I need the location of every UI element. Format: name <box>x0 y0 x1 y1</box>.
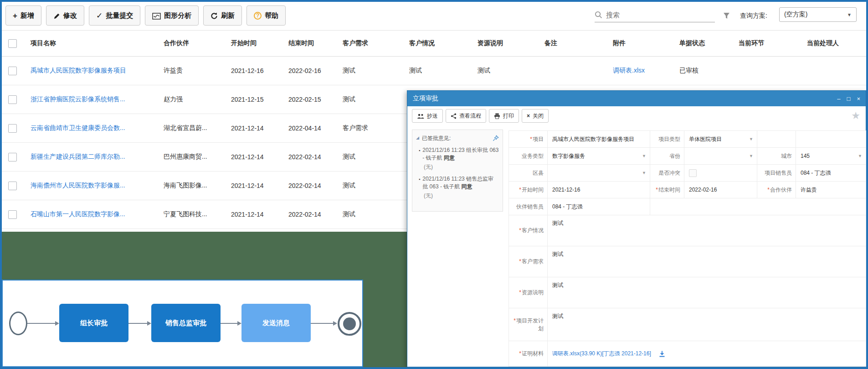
start-date-field[interactable]: 2021-12-16 <box>548 182 650 198</box>
flow-node-send-message[interactable]: 发送消息 <box>241 304 311 342</box>
minimize-icon[interactable]: – <box>837 95 840 102</box>
close-icon[interactable]: × <box>857 95 860 102</box>
edit-button[interactable]: 修改 <box>46 5 84 26</box>
partner-field[interactable]: 许益贵 <box>796 182 866 198</box>
province-select[interactable]: ▼ <box>684 148 757 165</box>
empty-cell <box>650 198 866 215</box>
form-row: *开始时间 2021-12-16 *结束时间 2022-02-16 *合作伙伴 … <box>509 182 866 198</box>
add-button-label: 新增 <box>21 11 34 20</box>
download-icon[interactable] <box>659 350 665 357</box>
query-plan-select[interactable]: (空方案) ▼ <box>779 7 857 22</box>
project-name-link[interactable]: 海南儋州市人民医院数字影像服... <box>31 182 125 189</box>
col-header-resource[interactable]: 资源说明 <box>471 31 538 57</box>
cell-partner: 宁夏飞图科技... <box>157 200 224 229</box>
flow-end-dot <box>343 317 356 330</box>
resource-description-textarea[interactable]: 测试 <box>548 277 866 308</box>
row-checkbox[interactable] <box>8 67 17 75</box>
row-checkbox[interactable] <box>8 153 17 161</box>
field-label <box>757 131 796 148</box>
dialog-toolbar: 抄送 查看流程 打印 × 关闭 <box>412 109 549 123</box>
col-header-step[interactable]: 当前环节 <box>732 31 800 57</box>
cell-end: 2022-02-14 <box>282 172 336 200</box>
end-date-field[interactable]: 2022-02-16 <box>684 182 757 198</box>
favorite-star-icon[interactable]: ★ <box>851 110 860 122</box>
cell-end: 2022-02-14 <box>282 200 336 229</box>
col-header-need[interactable]: 客户需求 <box>336 31 402 57</box>
flow-start-node[interactable] <box>9 312 27 335</box>
maximize-icon[interactable]: □ <box>847 95 851 102</box>
cell-need: 测试 <box>336 85 402 114</box>
field-label: *客户情况 <box>509 215 548 246</box>
proof-attachment-link[interactable]: 调研表.xlsx(33.90 K)[丁志强 2021-12-16] <box>552 350 651 357</box>
view-flow-button[interactable]: 查看流程 <box>446 109 486 123</box>
col-header-partner[interactable]: 合作伙伴 <box>157 31 224 57</box>
pin-icon[interactable] <box>493 135 499 141</box>
flow-end-node[interactable] <box>338 312 361 336</box>
field-label: 城市 <box>757 148 796 165</box>
col-header-end[interactable]: 结束时间 <box>282 31 336 57</box>
help-button[interactable]: ? 帮助 <box>247 5 286 26</box>
dialog-titlebar[interactable]: 立项审批 – □ × <box>407 91 866 106</box>
flow-arrow-icon <box>237 321 241 326</box>
field-label: 区县 <box>509 165 548 182</box>
business-type-select[interactable]: 数字影像服务▼ <box>548 148 650 165</box>
row-checkbox[interactable] <box>8 95 17 104</box>
entry-decision: 同意 <box>462 183 473 190</box>
cell-partner: 海南飞图影像... <box>157 172 224 200</box>
project-name-link[interactable]: 新疆生产建设兵团第二师库尔勒... <box>31 153 125 160</box>
app-window: + 新增 修改 ✓ 批量提交 图形分析 刷新 ? 帮助 查询方案: (空方案) <box>0 0 868 369</box>
project-name-link[interactable]: 云南省曲靖市卫生健康委员会数... <box>31 124 125 131</box>
city-select[interactable]: 145▼ <box>796 148 866 165</box>
query-plan-value: (空方案) <box>784 10 807 19</box>
form-row: *客户情况 测试 <box>509 215 866 246</box>
close-button[interactable]: × 关闭 <box>522 109 549 123</box>
cell-need: 测试 <box>336 143 402 172</box>
customer-need-textarea[interactable]: 测试 <box>548 246 866 277</box>
print-button[interactable]: 打印 <box>489 109 519 123</box>
project-field[interactable]: 禹城市人民医院数字影像服务项目 <box>548 131 650 148</box>
tree-toggle-icon[interactable]: ◢ <box>416 135 419 140</box>
edit-button-label: 修改 <box>63 11 77 20</box>
cell-end: 2022-02-15 <box>282 85 336 114</box>
check-icon: ✓ <box>96 12 103 20</box>
row-checkbox[interactable] <box>8 124 17 133</box>
add-button[interactable]: + 新增 <box>5 5 41 26</box>
col-header-situation[interactable]: 客户情况 <box>402 31 471 57</box>
persons-icon <box>417 113 424 119</box>
history-entry: ▪ 2021/12/16 11:23 销售总监审批 063 - 钱子航 同意 <box>419 175 499 191</box>
cell-start: 2021-12-14 <box>224 172 282 200</box>
col-header-name[interactable]: 项目名称 <box>24 31 157 57</box>
customer-situation-textarea[interactable]: 测试 <box>548 215 866 246</box>
print-button-label: 打印 <box>503 112 514 120</box>
project-type-select[interactable]: 单体医院项目▼ <box>684 131 757 148</box>
district-select[interactable]: ▼ <box>548 165 650 182</box>
row-checkbox[interactable] <box>8 210 17 219</box>
col-header-handler[interactable]: 当前处理人 <box>800 31 866 57</box>
graph-analysis-button[interactable]: 图形分析 <box>145 5 199 26</box>
col-header-status[interactable]: 单据状态 <box>673 31 732 57</box>
flow-node-sales-director-approval[interactable]: 销售总监审批 <box>151 304 221 342</box>
col-header-remark[interactable]: 备注 <box>538 31 606 57</box>
project-dev-plan-textarea[interactable]: 测试 <box>548 308 866 341</box>
search-input[interactable] <box>605 10 715 19</box>
batch-submit-button[interactable]: ✓ 批量提交 <box>89 5 140 26</box>
form-row: 区县 ▼ 是否冲突 项目销售员 084 - 丁志强 <box>509 165 866 182</box>
cc-button[interactable]: 抄送 <box>412 109 443 123</box>
col-header-attachment[interactable]: 附件 <box>606 31 673 57</box>
row-checkbox[interactable] <box>8 182 17 190</box>
project-name-link[interactable]: 石嘴山市第一人民医院数字影像... <box>31 210 125 218</box>
filter-funnel-icon[interactable] <box>723 11 730 20</box>
flow-connector <box>27 323 56 324</box>
form-row: *资源说明 测试 <box>509 277 866 308</box>
attachment-link[interactable]: 调研表.xlsx <box>613 67 645 74</box>
cell-start: 2021-12-14 <box>224 143 282 172</box>
flow-node-group-leader-approval[interactable]: 组长审批 <box>59 304 128 342</box>
select-all-checkbox[interactable] <box>8 39 17 48</box>
col-header-start[interactable]: 开始时间 <box>224 31 282 57</box>
project-name-link[interactable]: 禹城市人民医院数字影像服务项目 <box>31 67 126 74</box>
cell-start: 2021-12-15 <box>224 85 282 114</box>
conflict-checkbox[interactable] <box>689 169 697 177</box>
table-row[interactable]: 禹城市人民医院数字影像服务项目 许益贵 2021-12-16 2022-02-1… <box>2 57 866 85</box>
refresh-button[interactable]: 刷新 <box>203 5 242 26</box>
project-name-link[interactable]: 浙江省肿瘤医院云影像系统销售... <box>31 95 125 103</box>
